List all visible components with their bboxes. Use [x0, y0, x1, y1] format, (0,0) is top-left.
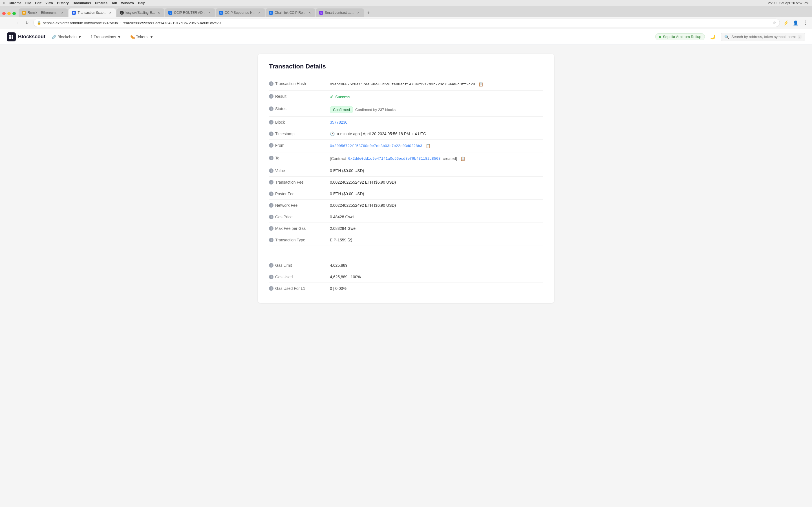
apple-icon[interactable]: : [3, 1, 4, 5]
chrome-label[interactable]: Chrome: [8, 1, 21, 5]
search-box[interactable]: 🔍 /: [721, 33, 805, 41]
profiles-menu[interactable]: Profiles: [95, 1, 107, 5]
tab-close-ccip2[interactable]: ✕: [257, 10, 262, 15]
row-gas-limit: i Gas Limit 4,625,889: [269, 260, 543, 271]
svg-rect-1: [11, 35, 13, 37]
info-icon-from[interactable]: i: [269, 143, 273, 148]
tab-ccip1[interactable]: C CCIP ROUTER AD... ✕: [165, 8, 215, 17]
network-status-dot: [659, 36, 661, 38]
forward-button[interactable]: →: [13, 19, 21, 27]
tab-favicon-remix: R: [22, 11, 26, 15]
star-icon[interactable]: ☆: [772, 20, 776, 25]
site-nav-bar: Blockscout 🔗 Blockchain ▼ ⤴ Transactions…: [0, 29, 812, 45]
refresh-button[interactable]: ↻: [23, 19, 31, 27]
label-tx-type: i Transaction Type: [269, 238, 325, 242]
file-menu[interactable]: File: [26, 1, 31, 5]
info-icon-poster-fee[interactable]: i: [269, 191, 273, 196]
tab-menu[interactable]: Tab: [111, 1, 117, 5]
close-window-btn[interactable]: [2, 12, 6, 15]
tab-close-chainlink[interactable]: ✕: [307, 10, 312, 15]
nav-left: Blockscout 🔗 Blockchain ▼ ⤴ Transactions…: [7, 33, 157, 41]
tab-close-smart[interactable]: ✕: [356, 10, 361, 15]
tab-remix[interactable]: R Remix – Ethereum... ✕: [18, 8, 68, 17]
label-status: i Status: [269, 107, 325, 111]
tab-close-ccip1[interactable]: ✕: [207, 10, 212, 15]
label-network-fee: i Network Fee: [269, 203, 325, 208]
tab-smart[interactable]: S Smart contract ad... ✕: [316, 8, 364, 17]
tab-close-transaction[interactable]: ✕: [108, 10, 112, 15]
value-from: 0x20956722ff53760c0e7cb3b03b7c22e03d0228…: [330, 143, 543, 149]
gas-used-text: 4,625,889 | 100%: [330, 275, 361, 279]
maximize-window-btn[interactable]: [12, 12, 16, 15]
row-tx-fee: i Transaction Fee 0.00224022552492 ETH (…: [269, 177, 543, 188]
tab-close-remix[interactable]: ✕: [60, 10, 64, 15]
network-badge[interactable]: Sepolia Arbitrum Rollup: [655, 33, 705, 40]
info-icon-gas-price[interactable]: i: [269, 215, 273, 219]
info-icon-network-fee[interactable]: i: [269, 203, 273, 208]
new-tab-button[interactable]: +: [364, 9, 372, 17]
info-icon-tx-fee[interactable]: i: [269, 180, 273, 184]
label-text-network-fee: Network Fee: [275, 203, 297, 208]
extensions-button[interactable]: ⚡: [782, 19, 790, 27]
back-button[interactable]: ←: [3, 19, 11, 27]
info-icon-gas-limit[interactable]: i: [269, 263, 273, 268]
tab-close-github[interactable]: ✕: [156, 10, 161, 15]
info-icon-block[interactable]: i: [269, 120, 273, 124]
tab-chainlink[interactable]: C Chainlink CCIP Re... ✕: [266, 8, 315, 17]
tab-ccip2[interactable]: C CCIP Supported N... ✕: [216, 8, 265, 17]
os-date: Sat Apr 20 5:57 PM: [779, 1, 809, 5]
info-icon-status[interactable]: i: [269, 107, 273, 111]
os-menu[interactable]:  Chrome File Edit View History Bookmark…: [3, 1, 145, 5]
to-address-link[interactable]: 0x2dde0dd1c9e47141a0c56ecd8ef9b431182c85…: [348, 157, 441, 161]
tab-github[interactable]: G lucylow/Scaling-E... ✕: [116, 8, 164, 17]
nav-tokens[interactable]: 🌭 Tokens ▼: [126, 33, 158, 41]
label-gas-price: i Gas Price: [269, 215, 325, 219]
tokens-label: 🌭 Tokens: [130, 35, 149, 39]
from-address-link[interactable]: 0x20956722ff53760c0e7cb3b03b7c22e03d0228…: [330, 144, 422, 148]
minimize-window-btn[interactable]: [7, 12, 11, 15]
nav-blockchain[interactable]: 🔗 Blockchain ▼: [48, 33, 86, 41]
tab-transaction[interactable]: B Transaction 0xab... ✕: [68, 8, 116, 17]
info-icon-timestamp[interactable]: i: [269, 131, 273, 136]
row-gas-used-l1: i Gas Used For L1 0 | 0.00%: [269, 283, 543, 294]
info-icon-value[interactable]: i: [269, 168, 273, 173]
copy-to-button[interactable]: 📋: [459, 156, 466, 161]
info-icon-gas-used-l1[interactable]: i: [269, 286, 273, 291]
copy-hash-button[interactable]: 📋: [477, 81, 485, 87]
block-link[interactable]: 35778230: [330, 120, 347, 124]
view-menu[interactable]: View: [45, 1, 53, 5]
label-max-fee: i Max Fee per Gas: [269, 226, 325, 231]
address-box[interactable]: 🔒 sepolia-explorer.arbitrum.io/tx/0xabc8…: [33, 18, 780, 27]
value-status: Confirmed Confirmed by 237 blocks: [330, 107, 543, 113]
profile-button[interactable]: 👤: [792, 19, 800, 27]
tx-type-text: EIP-1559 (2): [330, 238, 352, 242]
nav-transactions[interactable]: ⤴ Transactions ▼: [87, 33, 125, 41]
search-input[interactable]: [731, 35, 796, 39]
to-suffix: created]: [443, 156, 457, 161]
window-menu[interactable]: Window: [121, 1, 134, 5]
transaction-card: Transaction Details i Transaction Hash 0…: [258, 54, 554, 303]
copy-from-button[interactable]: 📋: [424, 143, 432, 149]
edit-menu[interactable]: Edit: [35, 1, 42, 5]
network-fee-text: 0.00224022552492 ETH ($6.90 USD): [330, 203, 396, 208]
info-icon-tx-type[interactable]: i: [269, 238, 273, 242]
label-text-to: To: [275, 156, 280, 160]
help-menu[interactable]: Help: [138, 1, 145, 5]
value-block: 35778230: [330, 120, 543, 124]
history-menu[interactable]: History: [57, 1, 68, 5]
dark-mode-button[interactable]: 🌙: [708, 33, 717, 41]
info-icon-result[interactable]: i: [269, 94, 273, 99]
info-icon-hash[interactable]: i: [269, 81, 273, 86]
address-text[interactable]: sepolia-explorer.arbitrum.io/tx/0xabc860…: [43, 21, 771, 25]
tokens-arrow: ▼: [150, 35, 154, 39]
info-icon-max-fee[interactable]: i: [269, 226, 273, 231]
label-hash: i Transaction Hash: [269, 81, 325, 86]
value-max-fee: 2.083284 Gwei: [330, 226, 543, 231]
row-hash: i Transaction Hash 0xabc86075c0a117ea696…: [269, 78, 543, 91]
bookmarks-menu[interactable]: Bookmarks: [73, 1, 91, 5]
more-button[interactable]: ⋮: [801, 19, 809, 27]
info-icon-to[interactable]: i: [269, 156, 273, 160]
info-icon-gas-used[interactable]: i: [269, 275, 273, 279]
site-logo[interactable]: Blockscout: [7, 33, 45, 41]
row-from: i From 0x20956722ff53760c0e7cb3b03b7c22e…: [269, 140, 543, 152]
